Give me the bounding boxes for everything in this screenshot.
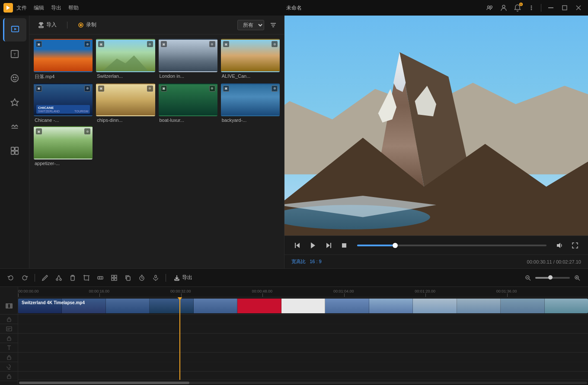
filter-select[interactable]: 所有: [237, 20, 264, 30]
sidebar-item-filter[interactable]: [3, 139, 26, 162]
timer-button[interactable]: [136, 272, 147, 283]
progress-handle[interactable]: [393, 243, 398, 248]
media-item-alive[interactable]: ▣ ⊕ ALIVE_Can...: [221, 39, 280, 80]
text-lock-track: [18, 353, 588, 362]
sidebar-item-text[interactable]: T: [3, 42, 26, 66]
sidebar-item-effects[interactable]: [3, 91, 26, 114]
thumb-icon-image: ▣: [98, 86, 104, 92]
sidebar-item-media[interactable]: [3, 18, 26, 41]
preview-video: [284, 16, 588, 235]
timeline-ruler[interactable]: 00:00:00.00 00:00:16.00 00:00:32.00 00:0…: [18, 287, 588, 297]
zoom-in-button[interactable]: [572, 272, 583, 283]
ruler-mark-3: 00:00:48.00: [262, 293, 263, 297]
media-item-switzerland[interactable]: ▣ ⊕ Switzerlan...: [96, 39, 155, 80]
zoom-slider[interactable]: [535, 277, 570, 279]
media-browser: 导入 录制 所有: [29, 16, 284, 268]
preview-info: 宽高比 16 : 9 00:00:30.11 / 00:02:27.10: [284, 255, 588, 268]
zoom-out-button[interactable]: [522, 272, 534, 283]
media-item-chips[interactable]: ▣ ⊕ chips-dinn...: [96, 83, 155, 123]
redo-button[interactable]: [19, 272, 30, 283]
media-item-sunset[interactable]: ▣ ⊕ 日落.mp4: [34, 39, 93, 80]
menu-file[interactable]: 文件: [16, 4, 27, 12]
sidebar-item-sticker[interactable]: [3, 67, 26, 90]
timeline-toolbar: 导出: [0, 269, 588, 287]
menu-help[interactable]: 帮助: [68, 4, 79, 12]
delete-button[interactable]: [67, 272, 78, 283]
minimize-button[interactable]: [545, 2, 557, 14]
zoom-controls: [522, 272, 583, 283]
user-icon[interactable]: [498, 2, 510, 14]
svg-rect-90: [7, 338, 11, 340]
timeline-area: 导出: [0, 268, 588, 385]
mic-button[interactable]: [150, 272, 161, 283]
svg-rect-71: [155, 275, 157, 278]
app-logo: [3, 3, 13, 13]
main-area: T: [0, 16, 588, 268]
thumb-icon-video: ▣: [161, 41, 167, 47]
media-item-backyard[interactable]: ▣ ⊕ backyard-...: [221, 83, 280, 123]
record-button[interactable]: 录制: [74, 19, 100, 30]
filter-controls: 所有: [237, 19, 279, 31]
content-row: 导入 录制 所有: [29, 16, 588, 268]
scrollbar-thumb[interactable]: [19, 382, 189, 384]
svg-rect-82: [6, 304, 7, 308]
svg-marker-48: [557, 243, 560, 248]
volume-button[interactable]: [553, 239, 566, 251]
svg-marker-42: [296, 243, 300, 248]
svg-marker-31: [102, 55, 148, 71]
thumb-icon-video: ▣: [36, 86, 42, 92]
thumb-icon-mark: ⊕: [147, 86, 153, 92]
subtitle-track: [18, 324, 588, 334]
crop-button[interactable]: [81, 272, 92, 283]
video-track: Switzerland 4K Timelapse.mp4: [18, 297, 588, 315]
cut-button[interactable]: [53, 272, 64, 283]
media-item-boat[interactable]: ▣ ⊕ boat-luxur...: [159, 83, 217, 123]
zoom-handle[interactable]: [548, 275, 553, 280]
export-button[interactable]: 导出: [170, 272, 196, 283]
menu-edit[interactable]: 编辑: [34, 4, 44, 12]
import-button[interactable]: 导入: [35, 19, 60, 30]
sidebar-item-transition[interactable]: [3, 115, 26, 138]
svg-rect-22: [11, 151, 14, 154]
filter-menu-button[interactable]: [268, 19, 279, 31]
scrollbar-track[interactable]: [19, 382, 587, 384]
thumb-icon-mark: ⊕: [147, 41, 153, 47]
svg-point-5: [531, 7, 532, 9]
community-icon[interactable]: [484, 2, 496, 14]
ruler-mark-1: 00:00:16.00: [99, 293, 100, 297]
thumb-icon-video: ▣: [36, 41, 42, 47]
svg-rect-63: [115, 275, 117, 277]
stop-button[interactable]: [338, 239, 350, 251]
lock-icon2: [0, 334, 18, 343]
grid-button[interactable]: [109, 272, 120, 283]
close-button[interactable]: [572, 2, 585, 14]
notification-icon[interactable]: 1: [511, 2, 524, 14]
maximize-button[interactable]: [559, 2, 571, 14]
progress-bar[interactable]: [357, 245, 546, 246]
copy-button[interactable]: [122, 272, 134, 283]
lock-icon3: [0, 353, 18, 362]
skip-forward-button[interactable]: [323, 239, 335, 251]
media-item-appetizer[interactable]: ▣ ⊕ appetizer-...: [34, 126, 93, 166]
more-icon[interactable]: [525, 2, 537, 14]
skip-back-button[interactable]: [291, 239, 304, 251]
scale-button[interactable]: [95, 272, 106, 283]
svg-line-80: [578, 279, 580, 280]
media-item-label: Switzerlan...: [96, 73, 155, 79]
video-clip[interactable]: Switzerland 4K Timelapse.mp4: [18, 299, 588, 313]
lock-icon4: [0, 372, 18, 381]
svg-point-15: [11, 75, 18, 82]
titlebar: 文件 编辑 导出 帮助 未命名 1: [0, 0, 588, 16]
media-item-label: backyard-...: [221, 118, 280, 123]
media-item-chicane[interactable]: ▣ ⊕ CHICANE SWITZERLANDTOURISM Chicane -…: [34, 83, 93, 123]
svg-line-51: [57, 275, 59, 279]
svg-rect-23: [15, 151, 18, 154]
play-button[interactable]: [307, 239, 319, 251]
svg-rect-66: [127, 277, 130, 280]
media-item-london[interactable]: ▣ ⊕ London in...: [159, 39, 217, 80]
undo-button[interactable]: [5, 272, 16, 283]
menu-export[interactable]: 导出: [51, 4, 61, 12]
media-item-label: 日落.mp4: [34, 73, 93, 80]
fullscreen-button[interactable]: [569, 239, 581, 251]
pen-button[interactable]: [39, 272, 51, 283]
